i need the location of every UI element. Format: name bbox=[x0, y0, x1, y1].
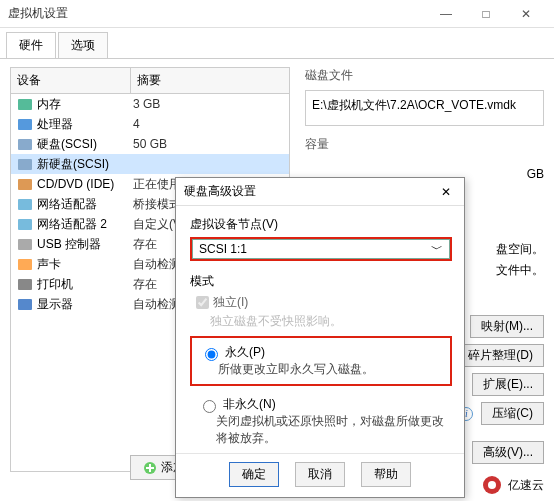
device-name: 声卡 bbox=[37, 256, 133, 273]
device-name: 显示器 bbox=[37, 296, 133, 313]
virtual-node-label: 虚拟设备节点(V) bbox=[190, 216, 452, 233]
device-icon bbox=[17, 196, 33, 212]
close-button[interactable]: ✕ bbox=[506, 1, 546, 27]
tab-bar: 硬件 选项 bbox=[0, 28, 554, 59]
permanent-desc: 所做更改立即永久写入磁盘。 bbox=[218, 361, 442, 378]
independent-label: 独立(I) bbox=[213, 294, 248, 311]
device-row[interactable]: 内存 3 GB bbox=[11, 94, 289, 114]
device-row[interactable]: 处理器 4 bbox=[11, 114, 289, 134]
svg-rect-7 bbox=[18, 239, 32, 250]
disk-file-label: 磁盘文件 bbox=[305, 67, 544, 84]
device-icon bbox=[17, 136, 33, 152]
permanent-label: 永久(P) bbox=[225, 344, 265, 361]
device-list-header: 设备 摘要 bbox=[11, 68, 289, 94]
device-icon bbox=[17, 296, 33, 312]
capacity-label: 容量 bbox=[305, 136, 544, 153]
chevron-down-icon: ﹀ bbox=[431, 241, 443, 258]
virtual-node-select[interactable]: SCSI 1:1 ﹀ bbox=[192, 239, 450, 259]
device-icon bbox=[17, 116, 33, 132]
device-name: 处理器 bbox=[37, 116, 133, 133]
svg-rect-10 bbox=[18, 299, 32, 310]
tab-options[interactable]: 选项 bbox=[58, 32, 108, 58]
advanced-disk-dialog: 硬盘高级设置 ✕ 虚拟设备节点(V) SCSI 1:1 ﹀ 模式 独立(I) 独… bbox=[175, 177, 465, 498]
minimize-button[interactable]: — bbox=[426, 1, 466, 27]
svg-rect-6 bbox=[18, 219, 32, 230]
device-summary: 4 bbox=[133, 117, 283, 131]
permanent-radio[interactable] bbox=[205, 348, 218, 361]
plus-icon bbox=[143, 461, 157, 475]
device-name: 打印机 bbox=[37, 276, 133, 293]
dialog-titlebar: 硬盘高级设置 ✕ bbox=[176, 178, 464, 206]
svg-rect-0 bbox=[18, 99, 32, 110]
device-icon bbox=[17, 156, 33, 172]
nonpermanent-label: 非永久(N) bbox=[223, 396, 276, 413]
virtual-node-highlight: SCSI 1:1 ﹀ bbox=[190, 237, 452, 261]
device-icon bbox=[17, 176, 33, 192]
device-name: CD/DVD (IDE) bbox=[37, 177, 133, 191]
device-icon bbox=[17, 236, 33, 252]
dialog-close-button[interactable]: ✕ bbox=[436, 185, 456, 199]
svg-rect-9 bbox=[18, 279, 32, 290]
independent-checkbox[interactable] bbox=[196, 296, 209, 309]
maximize-button[interactable]: □ bbox=[466, 1, 506, 27]
tab-hardware[interactable]: 硬件 bbox=[6, 32, 56, 58]
disk-file-box: E:\虚拟机文件\7.2A\OCR_VOTE.vmdk bbox=[305, 90, 544, 126]
device-icon bbox=[17, 276, 33, 292]
permanent-highlight: 永久(P) 所做更改立即永久写入磁盘。 bbox=[190, 336, 452, 386]
ok-button[interactable]: 确定 bbox=[229, 462, 279, 487]
help-button[interactable]: 帮助 bbox=[361, 462, 411, 487]
virtual-node-value: SCSI 1:1 bbox=[199, 242, 247, 256]
defrag-button[interactable]: 碎片整理(D) bbox=[457, 344, 544, 367]
window-titlebar: 虚拟机设置 — □ ✕ bbox=[0, 0, 554, 28]
device-icon bbox=[17, 256, 33, 272]
device-name: 内存 bbox=[37, 96, 133, 113]
device-summary: 3 GB bbox=[133, 97, 283, 111]
permanent-radio-row[interactable]: 永久(P) bbox=[200, 344, 442, 361]
map-button[interactable]: 映射(M)... bbox=[470, 315, 544, 338]
independent-hint: 独立磁盘不受快照影响。 bbox=[210, 313, 452, 330]
device-name: USB 控制器 bbox=[37, 236, 133, 253]
disk-file-path: E:\虚拟机文件\7.2A\OCR_VOTE.vmdk bbox=[312, 98, 516, 112]
mode-label: 模式 bbox=[190, 273, 452, 290]
nonpermanent-desc: 关闭虚拟机或还原快照时，对磁盘所做更改将被放弃。 bbox=[216, 413, 452, 447]
advanced-button[interactable]: 高级(V)... bbox=[472, 441, 544, 464]
cancel-button[interactable]: 取消 bbox=[295, 462, 345, 487]
device-icon bbox=[17, 96, 33, 112]
svg-rect-8 bbox=[18, 259, 32, 270]
brand-name: 亿速云 bbox=[508, 477, 544, 494]
nonpermanent-radio[interactable] bbox=[203, 400, 216, 413]
svg-rect-3 bbox=[18, 159, 32, 170]
brand-footer: 亿速云 bbox=[482, 475, 544, 495]
device-name: 新硬盘(SCSI) bbox=[37, 156, 133, 173]
svg-rect-2 bbox=[18, 139, 32, 150]
device-name: 硬盘(SCSI) bbox=[37, 136, 133, 153]
device-summary: 50 GB bbox=[133, 137, 283, 151]
window-title: 虚拟机设置 bbox=[8, 5, 426, 22]
device-name: 网络适配器 2 bbox=[37, 216, 133, 233]
svg-point-13 bbox=[488, 481, 496, 489]
col-summary: 摘要 bbox=[131, 68, 289, 93]
compact-button[interactable]: 压缩(C) bbox=[481, 402, 544, 425]
independent-checkbox-row[interactable]: 独立(I) bbox=[196, 294, 452, 311]
device-row[interactable]: 硬盘(SCSI) 50 GB bbox=[11, 134, 289, 154]
expand-button[interactable]: 扩展(E)... bbox=[472, 373, 544, 396]
svg-rect-1 bbox=[18, 119, 32, 130]
brand-logo-icon bbox=[482, 475, 502, 495]
nonpermanent-radio-row[interactable]: 非永久(N) bbox=[198, 396, 452, 413]
device-name: 网络适配器 bbox=[37, 196, 133, 213]
device-icon bbox=[17, 216, 33, 232]
dialog-title: 硬盘高级设置 bbox=[184, 183, 436, 200]
svg-rect-4 bbox=[18, 179, 32, 190]
svg-rect-5 bbox=[18, 199, 32, 210]
device-row[interactable]: 新硬盘(SCSI) bbox=[11, 154, 289, 174]
col-device: 设备 bbox=[11, 68, 131, 93]
